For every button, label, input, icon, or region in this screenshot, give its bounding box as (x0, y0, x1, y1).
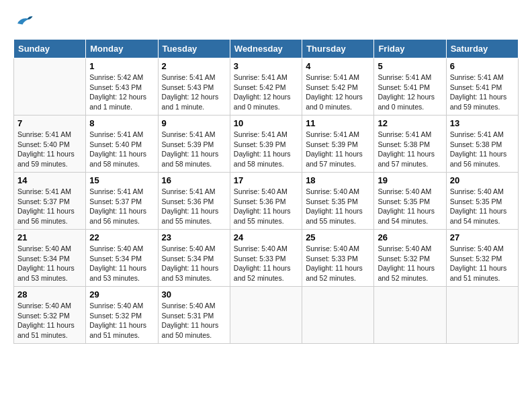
day-number: 17 (234, 175, 298, 185)
day-number: 26 (378, 232, 442, 242)
day-info: Sunrise: 5:41 AMSunset: 5:36 PMDaylight:… (162, 187, 226, 226)
calendar-cell (446, 287, 518, 344)
day-number: 9 (162, 118, 226, 128)
calendar-cell (374, 287, 446, 344)
calendar-cell: 5Sunrise: 5:41 AMSunset: 5:41 PMDaylight… (374, 58, 446, 116)
calendar-cell: 26Sunrise: 5:40 AMSunset: 5:32 PMDayligh… (374, 230, 446, 287)
day-number: 28 (17, 289, 82, 300)
day-number: 16 (162, 175, 226, 185)
calendar-cell: 25Sunrise: 5:40 AMSunset: 5:33 PMDayligh… (302, 230, 374, 287)
day-header-wednesday: Wednesday (230, 40, 302, 58)
calendar-cell: 3Sunrise: 5:41 AMSunset: 5:42 PMDaylight… (230, 58, 302, 116)
day-info: Sunrise: 5:41 AMSunset: 5:37 PMDaylight:… (89, 187, 154, 226)
day-number: 6 (450, 61, 515, 71)
calendar-cell: 16Sunrise: 5:41 AMSunset: 5:36 PMDayligh… (158, 173, 230, 230)
calendar-cell: 12Sunrise: 5:41 AMSunset: 5:38 PMDayligh… (374, 116, 446, 173)
day-number: 12 (378, 118, 442, 128)
day-info: Sunrise: 5:41 AMSunset: 5:39 PMDaylight:… (234, 130, 298, 169)
day-number: 15 (89, 175, 154, 185)
calendar-body: 1Sunrise: 5:42 AMSunset: 5:43 PMDaylight… (14, 58, 519, 344)
logo (13, 13, 36, 32)
day-number: 18 (306, 175, 370, 185)
calendar-cell: 4Sunrise: 5:41 AMSunset: 5:42 PMDaylight… (302, 58, 374, 116)
day-number: 30 (162, 289, 226, 300)
week-row-3: 14Sunrise: 5:41 AMSunset: 5:37 PMDayligh… (14, 173, 519, 230)
day-number: 29 (89, 289, 154, 300)
week-row-4: 21Sunrise: 5:40 AMSunset: 5:34 PMDayligh… (14, 230, 519, 287)
day-number: 11 (306, 118, 370, 128)
day-number: 1 (89, 61, 154, 71)
day-info: Sunrise: 5:40 AMSunset: 5:32 PMDaylight:… (450, 244, 515, 283)
day-info: Sunrise: 5:40 AMSunset: 5:34 PMDaylight:… (17, 244, 82, 283)
calendar-cell: 27Sunrise: 5:40 AMSunset: 5:32 PMDayligh… (446, 230, 518, 287)
calendar-cell: 24Sunrise: 5:40 AMSunset: 5:33 PMDayligh… (230, 230, 302, 287)
day-number: 19 (378, 175, 442, 185)
day-number: 4 (306, 61, 370, 71)
calendar-cell (302, 287, 374, 344)
week-row-5: 28Sunrise: 5:40 AMSunset: 5:32 PMDayligh… (14, 287, 519, 344)
calendar-cell: 28Sunrise: 5:40 AMSunset: 5:32 PMDayligh… (14, 287, 86, 344)
day-info: Sunrise: 5:40 AMSunset: 5:33 PMDaylight:… (306, 244, 370, 283)
day-info: Sunrise: 5:40 AMSunset: 5:32 PMDaylight:… (378, 244, 442, 283)
day-info: Sunrise: 5:41 AMSunset: 5:40 PMDaylight:… (17, 130, 82, 169)
logo-icon (13, 13, 34, 30)
day-number: 7 (17, 118, 82, 128)
calendar-cell: 29Sunrise: 5:40 AMSunset: 5:32 PMDayligh… (86, 287, 158, 344)
day-number: 23 (162, 232, 226, 242)
week-row-2: 7Sunrise: 5:41 AMSunset: 5:40 PMDaylight… (14, 116, 519, 173)
day-number: 13 (450, 118, 515, 128)
calendar-cell: 23Sunrise: 5:40 AMSunset: 5:34 PMDayligh… (158, 230, 230, 287)
day-number: 27 (450, 232, 515, 242)
calendar-cell: 19Sunrise: 5:40 AMSunset: 5:35 PMDayligh… (374, 173, 446, 230)
day-number: 24 (234, 232, 298, 242)
day-info: Sunrise: 5:41 AMSunset: 5:42 PMDaylight:… (306, 73, 370, 112)
day-info: Sunrise: 5:41 AMSunset: 5:41 PMDaylight:… (450, 73, 515, 112)
day-number: 5 (378, 61, 442, 71)
day-header-thursday: Thursday (302, 40, 374, 58)
day-number: 22 (89, 232, 154, 242)
day-number: 25 (306, 232, 370, 242)
day-info: Sunrise: 5:40 AMSunset: 5:36 PMDaylight:… (234, 187, 298, 226)
calendar-cell: 21Sunrise: 5:40 AMSunset: 5:34 PMDayligh… (14, 230, 86, 287)
day-header-sunday: Sunday (14, 40, 86, 58)
day-number: 20 (450, 175, 515, 185)
day-info: Sunrise: 5:40 AMSunset: 5:35 PMDaylight:… (378, 187, 442, 226)
day-info: Sunrise: 5:41 AMSunset: 5:38 PMDaylight:… (378, 130, 442, 169)
calendar-cell: 13Sunrise: 5:41 AMSunset: 5:38 PMDayligh… (446, 116, 518, 173)
calendar-cell: 20Sunrise: 5:40 AMSunset: 5:35 PMDayligh… (446, 173, 518, 230)
day-info: Sunrise: 5:41 AMSunset: 5:41 PMDaylight:… (378, 73, 442, 112)
day-header-saturday: Saturday (446, 40, 518, 58)
calendar-cell: 10Sunrise: 5:41 AMSunset: 5:39 PMDayligh… (230, 116, 302, 173)
day-info: Sunrise: 5:40 AMSunset: 5:35 PMDaylight:… (306, 187, 370, 226)
calendar-cell: 17Sunrise: 5:40 AMSunset: 5:36 PMDayligh… (230, 173, 302, 230)
day-info: Sunrise: 5:40 AMSunset: 5:32 PMDaylight:… (17, 301, 82, 340)
header (13, 13, 519, 32)
day-info: Sunrise: 5:40 AMSunset: 5:35 PMDaylight:… (450, 187, 515, 226)
calendar-header-row: SundayMondayTuesdayWednesdayThursdayFrid… (14, 40, 519, 58)
day-info: Sunrise: 5:41 AMSunset: 5:40 PMDaylight:… (89, 130, 154, 169)
calendar-cell: 22Sunrise: 5:40 AMSunset: 5:34 PMDayligh… (86, 230, 158, 287)
day-info: Sunrise: 5:42 AMSunset: 5:43 PMDaylight:… (89, 73, 154, 112)
day-info: Sunrise: 5:40 AMSunset: 5:33 PMDaylight:… (234, 244, 298, 283)
calendar-cell: 8Sunrise: 5:41 AMSunset: 5:40 PMDaylight… (86, 116, 158, 173)
day-info: Sunrise: 5:41 AMSunset: 5:43 PMDaylight:… (162, 73, 226, 112)
day-header-tuesday: Tuesday (158, 40, 230, 58)
calendar-cell: 9Sunrise: 5:41 AMSunset: 5:39 PMDaylight… (158, 116, 230, 173)
day-number: 10 (234, 118, 298, 128)
week-row-1: 1Sunrise: 5:42 AMSunset: 5:43 PMDaylight… (14, 58, 519, 116)
day-info: Sunrise: 5:40 AMSunset: 5:32 PMDaylight:… (89, 301, 154, 340)
calendar-cell: 14Sunrise: 5:41 AMSunset: 5:37 PMDayligh… (14, 173, 86, 230)
calendar-cell: 18Sunrise: 5:40 AMSunset: 5:35 PMDayligh… (302, 173, 374, 230)
calendar-cell: 2Sunrise: 5:41 AMSunset: 5:43 PMDaylight… (158, 58, 230, 116)
calendar-cell: 30Sunrise: 5:40 AMSunset: 5:31 PMDayligh… (158, 287, 230, 344)
calendar-cell (230, 287, 302, 344)
calendar-cell: 1Sunrise: 5:42 AMSunset: 5:43 PMDaylight… (86, 58, 158, 116)
day-number: 3 (234, 61, 298, 71)
calendar-cell: 6Sunrise: 5:41 AMSunset: 5:41 PMDaylight… (446, 58, 518, 116)
day-info: Sunrise: 5:41 AMSunset: 5:37 PMDaylight:… (17, 187, 82, 226)
day-number: 14 (17, 175, 82, 185)
calendar-table: SundayMondayTuesdayWednesdayThursdayFrid… (13, 39, 519, 344)
calendar-cell: 11Sunrise: 5:41 AMSunset: 5:39 PMDayligh… (302, 116, 374, 173)
day-info: Sunrise: 5:41 AMSunset: 5:38 PMDaylight:… (450, 130, 515, 169)
day-number: 21 (17, 232, 82, 242)
